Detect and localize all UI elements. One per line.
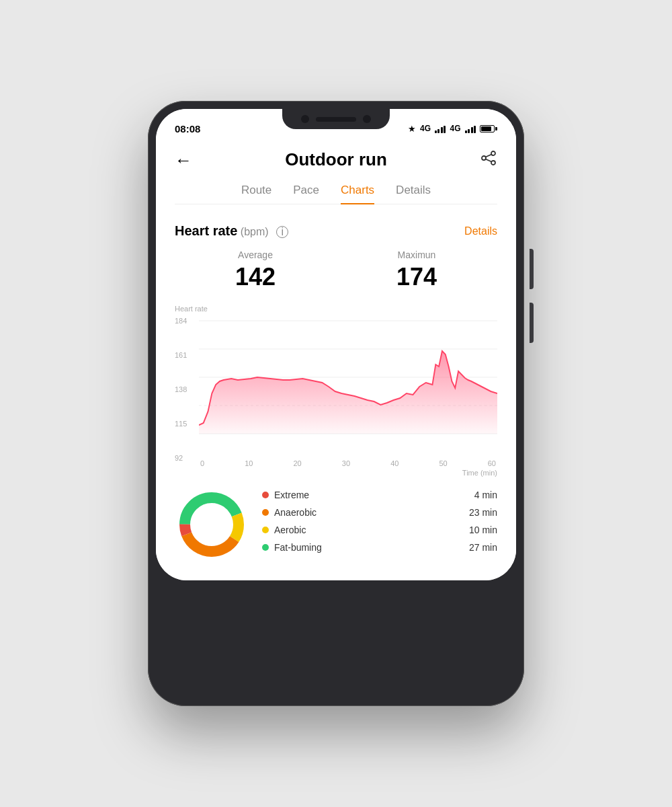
y-label-92: 92 — [175, 454, 199, 462]
x-label-50: 50 — [439, 459, 447, 467]
phone-screen: 08:08 ★ 4G 4G — [156, 109, 516, 580]
tab-details[interactable]: Details — [396, 184, 431, 204]
maximum-stat: Maximun 174 — [336, 249, 497, 291]
section-title: Heart rate — [175, 223, 237, 238]
svg-line-4 — [485, 159, 491, 161]
legend-item-fat-burning: Fat-buming 27 min — [262, 542, 497, 553]
fat-burning-value: 27 min — [469, 542, 497, 553]
sensor — [363, 115, 371, 123]
svg-point-0 — [491, 151, 495, 155]
section-title-wrap: Heart rate (bpm) i — [175, 223, 288, 239]
page-title: Outdoor run — [285, 149, 387, 170]
x-labels: 0 10 20 30 40 50 60 — [199, 459, 497, 467]
fat-burning-dot — [262, 544, 269, 551]
bluetooth-icon: ★ — [408, 124, 416, 134]
maximum-label: Maximun — [336, 249, 497, 260]
anaerobic-value: 23 min — [469, 507, 497, 518]
svg-line-3 — [485, 154, 491, 157]
x-label-40: 40 — [390, 459, 398, 467]
x-label-20: 20 — [294, 459, 302, 467]
aerobic-label: Aerobic — [274, 525, 464, 535]
bar2b — [468, 129, 470, 133]
svg-point-14 — [193, 506, 230, 543]
bar4b — [474, 126, 476, 133]
aerobic-dot — [262, 527, 269, 533]
extreme-value: 4 min — [474, 490, 497, 500]
stats-row: Average 142 Maximun 174 — [175, 249, 497, 291]
unit-label: (bpm) — [241, 226, 269, 237]
x-label-60: 60 — [488, 459, 496, 467]
tab-pace[interactable]: Pace — [293, 184, 319, 204]
network-label: 4G — [420, 124, 431, 133]
extreme-label: Extreme — [274, 490, 469, 500]
section-unit: (bpm) i — [241, 223, 288, 238]
share-icon[interactable] — [480, 151, 497, 169]
anaerobic-label: Anaerobic — [274, 507, 464, 518]
y-labels: 184 161 138 115 92 — [175, 314, 199, 477]
x-label-10: 10 — [245, 459, 253, 467]
side-button-1 — [530, 249, 534, 289]
bar1b — [465, 130, 467, 133]
details-link[interactable]: Details — [464, 225, 497, 237]
average-stat: Average 142 — [175, 249, 336, 291]
signal-bars-1 — [435, 124, 446, 133]
svg-point-2 — [482, 156, 486, 160]
speaker — [316, 117, 356, 122]
app-content: ← Outdoor run Route Pace Charts D — [156, 144, 516, 580]
status-time: 08:08 — [175, 123, 200, 134]
bottom-section: Extreme 4 min Anaerobic 23 min Aerobic 1… — [175, 488, 497, 562]
bar3b — [471, 127, 473, 133]
legend-item-extreme: Extreme 4 min — [262, 490, 497, 500]
x-label-30: 30 — [342, 459, 350, 467]
extreme-dot — [262, 492, 269, 498]
front-camera — [301, 115, 309, 123]
y-label-161: 161 — [175, 351, 199, 359]
x-label-0: 0 — [200, 459, 204, 467]
tab-route[interactable]: Route — [241, 184, 271, 204]
y-label-115: 115 — [175, 420, 199, 428]
tab-bar: Route Pace Charts Details — [175, 184, 497, 204]
aerobic-value: 10 min — [469, 525, 497, 535]
bar2 — [437, 129, 439, 133]
donut-chart — [175, 488, 249, 562]
svg-point-1 — [491, 161, 495, 165]
chart-container: 0 10 20 30 40 50 60 Time (min) — [199, 314, 497, 477]
x-unit-label: Time (min) — [199, 469, 497, 477]
status-icons: ★ 4G 4G — [408, 124, 497, 134]
average-label: Average — [175, 249, 336, 260]
legend-item-anaerobic: Anaerobic 23 min — [262, 507, 497, 518]
back-button[interactable]: ← — [175, 151, 192, 169]
anaerobic-dot — [262, 509, 269, 516]
chart-with-y: 184 161 138 115 92 — [175, 314, 497, 477]
info-icon[interactable]: i — [276, 226, 288, 238]
average-value: 142 — [175, 263, 336, 291]
legend-list: Extreme 4 min Anaerobic 23 min Aerobic 1… — [262, 490, 497, 560]
bar3 — [441, 127, 443, 133]
battery-icon — [480, 125, 497, 132]
tab-charts[interactable]: Charts — [341, 184, 374, 204]
fat-burning-label: Fat-buming — [274, 542, 464, 553]
side-button-2 — [530, 303, 534, 343]
legend-item-aerobic: Aerobic 10 min — [262, 525, 497, 535]
notch — [282, 109, 390, 129]
section-header: Heart rate (bpm) i Details — [175, 223, 497, 239]
maximum-value: 174 — [336, 263, 497, 291]
bar4 — [444, 126, 446, 133]
heart-rate-chart — [199, 314, 497, 455]
signal-bars-2 — [465, 124, 476, 133]
phone-frame: 08:08 ★ 4G 4G — [148, 101, 524, 706]
bar1 — [435, 130, 437, 133]
page-header: ← Outdoor run — [175, 144, 497, 184]
y-label-138: 138 — [175, 385, 199, 393]
y-axis-title: Heart rate — [175, 305, 497, 313]
chart-area: Heart rate 184 161 138 115 92 — [175, 305, 497, 477]
network-label-2: 4G — [450, 124, 460, 133]
y-label-184: 184 — [175, 317, 199, 325]
